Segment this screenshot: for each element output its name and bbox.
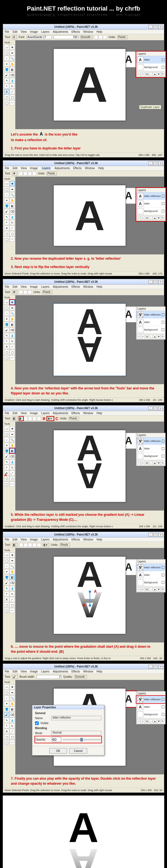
close-button[interactable]: ×	[158, 25, 163, 29]
menu-edit[interactable]: Edit	[12, 167, 17, 170]
tool-ellipseshape-icon[interactable]: ◯	[4, 100, 9, 105]
italic-icon[interactable]	[99, 35, 103, 39]
tool-movesel-icon[interactable]: ⬌	[10, 50, 15, 55]
layer-row-reflection[interactable]: Aletter reflection	[136, 696, 165, 703]
layer-delete-icon[interactable]: ×	[141, 72, 144, 76]
tool-roundrect-icon[interactable]: ▢	[10, 95, 15, 100]
maximize-button[interactable]: □	[154, 161, 158, 165]
tool-move-icon[interactable]: ✥	[10, 45, 15, 50]
menu-help[interactable]: Help	[96, 30, 103, 33]
tool-wand-icon[interactable]: ✦	[4, 61, 9, 66]
tool-clone-icon[interactable]: ⌖	[4, 84, 9, 89]
font-field[interactable]	[27, 35, 52, 39]
maximize-button[interactable]: □	[154, 25, 158, 29]
page-title-text: Paint.NET reflection tutorial ... by chr…	[0, 5, 167, 12]
menu-image[interactable]: Image	[30, 167, 38, 170]
tool-zoom-icon[interactable]: 🔍	[10, 56, 15, 61]
opacity-slider[interactable]	[63, 739, 101, 740]
tool-selector[interactable]: A	[12, 35, 17, 39]
menu-effects[interactable]: Effects	[73, 167, 82, 170]
tool-line-icon[interactable]: ／	[10, 89, 15, 94]
gradient-mode-selector[interactable]: ◐▾	[47, 416, 54, 421]
final-result: A A FINAL RESULT :) FINAL RESULT :)	[3, 796, 164, 868]
tool-rect-icon[interactable]: ▢	[4, 95, 9, 100]
linear-gradient-icon[interactable]: ◧	[19, 416, 23, 421]
menu-edit[interactable]: Edit	[12, 30, 17, 33]
tools-panel: Tools ▭✥ ◯⬌ ○🔍 ✦✋ 🪣◧ 🖌⌫ ✎💧 ⌖↻ A／ ▢▢ ◯〰	[3, 40, 15, 129]
menu-layers[interactable]: Layers	[41, 30, 50, 33]
menu-view[interactable]: View	[21, 167, 27, 170]
menu-help[interactable]: Help	[98, 167, 104, 170]
menu-file[interactable]: File	[5, 30, 9, 33]
paintnet-window: Untitled (100%) - Paint.NET v3.36 _ □ × …	[3, 24, 164, 157]
tool-gradient-icon: ◧	[10, 448, 15, 453]
tool-pencil-icon[interactable]: ✎	[4, 78, 9, 83]
underline-icon[interactable]	[103, 35, 107, 39]
name-field[interactable]: letter reflection	[51, 716, 101, 720]
tool-pan-icon[interactable]: ✋	[10, 61, 15, 66]
layer-duplicate-icon[interactable]: ⧉	[145, 72, 149, 76]
tool-picker-icon[interactable]: 💧	[10, 78, 15, 83]
mode-field[interactable]: Normal	[51, 731, 101, 735]
tool-fill-icon[interactable]: 🪣	[4, 67, 9, 72]
minimize-button[interactable]: _	[148, 25, 153, 29]
layer-add-icon[interactable]: +	[137, 72, 141, 76]
layer-row-reflection[interactable]: Aletter reflection	[136, 192, 165, 200]
layer-row-letter[interactable]: Aletter	[136, 200, 165, 208]
step-7-text: 7. Finally you can also play with the op…	[3, 774, 164, 788]
visible-checkbox[interactable]	[35, 721, 39, 725]
menubar: File Edit View Image Layers Adjustments …	[3, 30, 164, 34]
layer-up-icon[interactable]: ▲	[153, 72, 157, 76]
layer-props-icon[interactable]: ✎	[161, 72, 165, 76]
letter-display: A	[72, 60, 108, 110]
tool-text-icon[interactable]: A	[4, 89, 9, 94]
tool-eraser-icon[interactable]: ⌫	[10, 72, 15, 78]
step-2: Untitled (100%) - Paint.NET v3.36_□× Fil…	[0, 160, 167, 276]
menu-adjustments[interactable]: Adjustments	[53, 30, 68, 33]
statusbar: Drag the nub to move the text. Hold Ctrl…	[3, 153, 164, 157]
tool-brush-icon[interactable]: 🖌	[4, 72, 9, 78]
gradient-type-icons: ◧	[19, 416, 41, 421]
tool-gradient-icon[interactable]: ◧	[10, 67, 15, 72]
menu-file[interactable]: File	[5, 167, 9, 170]
canvas[interactable]: A	[53, 49, 126, 121]
menu-window[interactable]: Window	[83, 30, 93, 33]
bold-icon[interactable]	[94, 35, 98, 39]
layer-action-icons: +×⧉↓▲▼✎	[136, 71, 165, 77]
step-3-text: 3. Next step is to flip the reflection l…	[3, 263, 164, 271]
tool-selector[interactable]: ◧	[12, 416, 18, 421]
menu-view[interactable]: View	[21, 30, 27, 33]
layer-down-icon[interactable]: ▼	[157, 72, 160, 76]
close-button[interactable]: ×	[158, 161, 163, 165]
menu-window[interactable]: Window	[85, 167, 95, 170]
menu-effects[interactable]: Effects	[72, 30, 80, 33]
layer-row-background[interactable]: Background	[136, 64, 165, 71]
tool-recolor-icon[interactable]: ↻	[10, 84, 15, 89]
units-selector[interactable]: Pixels	[117, 35, 128, 39]
minimize-button[interactable]: _	[148, 161, 153, 165]
opacity-value[interactable]	[52, 737, 61, 742]
menu-image[interactable]: Image	[30, 30, 38, 33]
step-5: Untitled (100%) - Paint.NET v3.36_□× Fil…	[0, 405, 167, 529]
tool-rectselect-icon[interactable]: ▭	[4, 45, 9, 50]
step-6: Untitled (100%) - Paint.NET v3.36_□× Fil…	[0, 532, 167, 661]
tools-header: Tools	[4, 41, 15, 44]
brush-width-field[interactable]	[36, 675, 61, 679]
menu-adjustments[interactable]: Adjustments	[55, 167, 70, 170]
layer-merge-icon[interactable]: ↓	[149, 72, 152, 76]
aa-selector[interactable]: Smooth	[80, 35, 92, 39]
font-size-field[interactable]	[53, 35, 79, 39]
layer-row-background[interactable]: Background	[136, 208, 165, 215]
layer-row-letter[interactable]: Aletter	[136, 56, 165, 64]
step-4: Untitled (100%) - Paint.NET v3.36_□× Fil…	[0, 279, 167, 402]
layer-visible-checkbox[interactable]	[162, 58, 165, 61]
layer-visible-checkbox[interactable]	[162, 66, 165, 69]
ok-button[interactable]: OK	[49, 748, 67, 753]
tools-grid: ▭✥ ◯⬌ ○🔍 ✦✋ 🪣◧ 🖌⌫ ✎💧 ⌖↻ A／ ▢▢ ◯〰	[4, 44, 15, 106]
tool-lasso-icon[interactable]: ◯	[4, 50, 9, 55]
tool-ellipse-icon[interactable]: ○	[4, 56, 9, 61]
dialog-section-blending: Blending	[35, 726, 101, 730]
tool-freeform-icon[interactable]: 〰	[10, 100, 15, 105]
cancel-button[interactable]: Cancel	[69, 748, 87, 753]
menu-layers[interactable]: Layers	[41, 167, 51, 170]
